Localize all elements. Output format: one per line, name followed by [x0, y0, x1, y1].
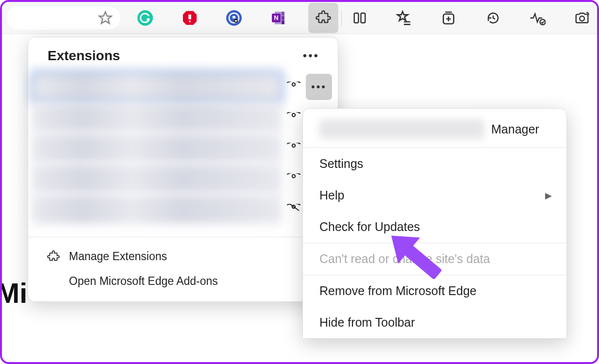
extension-name-blurred	[32, 72, 282, 101]
svg-marker-18	[398, 11, 408, 20]
svg-point-4	[189, 20, 191, 22]
extensions-list: •••••••••••••••	[28, 69, 338, 237]
svg-rect-7	[233, 16, 235, 18]
extension-row[interactable]: •••	[32, 132, 332, 163]
star-icon[interactable]	[98, 11, 113, 25]
address-bar[interactable]	[7, 6, 120, 30]
context-item[interactable]: Hide from Toolbar	[303, 307, 566, 338]
context-header-suffix: Manager	[491, 122, 539, 136]
svg-point-26	[292, 83, 295, 85]
extension-context-menu: Manager SettingsHelp▶Check for Updates C…	[302, 108, 567, 339]
svg-marker-0	[100, 12, 112, 23]
svg-rect-13	[282, 20, 284, 24]
toolbar-divider	[341, 10, 342, 26]
context-item-label: Help	[319, 188, 344, 202]
puzzle-icon	[47, 250, 60, 263]
svg-rect-11	[282, 12, 284, 16]
background-text: Mi	[0, 277, 27, 309]
extension-row[interactable]: •••	[32, 194, 332, 224]
extension-row[interactable]: •••	[32, 71, 332, 102]
context-item-label: Settings	[319, 157, 363, 171]
svg-point-29	[292, 174, 295, 177]
performance-icon[interactable]	[522, 3, 552, 33]
onenote-icon[interactable]: N	[264, 3, 294, 33]
context-item[interactable]: Settings	[303, 148, 566, 180]
context-ext-name-blurred	[319, 119, 484, 139]
extensions-title: Extensions	[48, 48, 120, 64]
extension-row[interactable]: •••	[32, 102, 332, 132]
extensions-more-button[interactable]: •••	[299, 47, 323, 65]
svg-rect-12	[282, 16, 284, 20]
svg-point-1	[137, 10, 153, 26]
svg-point-24	[540, 19, 546, 25]
visibility-toggle[interactable]	[282, 82, 306, 92]
svg-rect-9	[235, 20, 237, 21]
extension-name-blurred	[32, 133, 282, 163]
svg-rect-16	[354, 13, 358, 23]
open-addons-label: Open Microsoft Edge Add-ons	[69, 275, 218, 288]
password-manager-icon[interactable]	[219, 3, 250, 33]
context-item[interactable]: Check for Updates	[303, 211, 566, 243]
extension-name-blurred	[32, 164, 282, 193]
grammarly-icon[interactable]	[130, 3, 160, 33]
svg-point-28	[292, 144, 295, 147]
extension-name-blurred	[32, 195, 282, 224]
split-screen-icon[interactable]	[345, 3, 375, 33]
chevron-right-icon: ▶	[545, 190, 552, 201]
screenshot-icon[interactable]	[567, 3, 597, 33]
extension-row[interactable]: •••	[32, 163, 332, 194]
adblock-icon[interactable]	[175, 3, 205, 33]
context-item-label: Remove from Microsoft Edge	[319, 284, 477, 298]
extensions-panel: Extensions ••• ••••••••••••••• Manage Ex…	[28, 37, 338, 302]
browser-toolbar: N	[2, 2, 597, 34]
svg-rect-17	[361, 13, 365, 23]
context-header: Manager	[303, 109, 566, 148]
svg-point-25	[580, 16, 584, 21]
context-item-label: Hide from Toolbar	[319, 315, 415, 330]
svg-text:N: N	[274, 14, 278, 21]
manage-extensions-label: Manage Extensions	[69, 250, 167, 263]
extensions-icon[interactable]	[308, 3, 338, 33]
svg-point-27	[292, 113, 295, 116]
collections-icon[interactable]	[433, 3, 464, 33]
manage-extensions[interactable]: Manage Extensions	[43, 244, 328, 269]
history-icon[interactable]	[478, 3, 508, 33]
extension-name-blurred	[32, 103, 282, 132]
open-addons[interactable]: Open Microsoft Edge Add-ons	[43, 269, 328, 294]
context-item[interactable]: Remove from Microsoft Edge	[303, 275, 566, 307]
favorites-icon[interactable]	[389, 3, 419, 33]
extension-more-button[interactable]: •••	[306, 74, 332, 100]
context-item[interactable]: Help▶	[303, 180, 566, 211]
